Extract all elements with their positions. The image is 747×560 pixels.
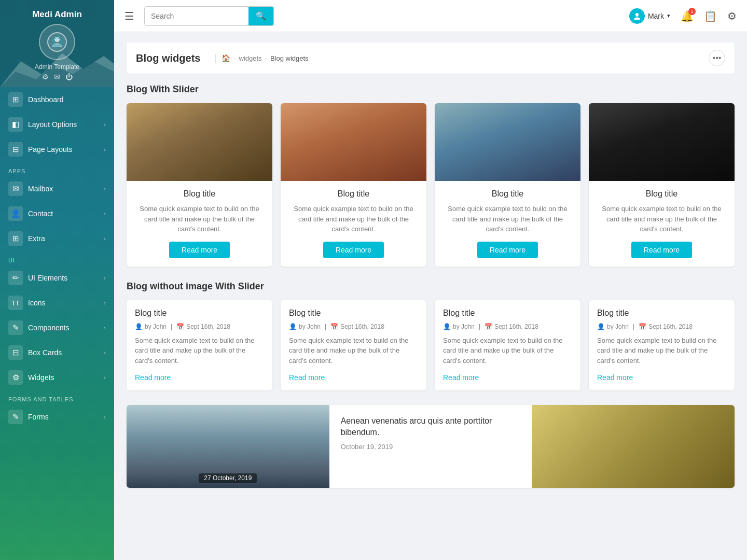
ui-section-label: UI bbox=[0, 251, 114, 265]
breadcrumb-current: Blog widgets bbox=[270, 54, 309, 62]
sidebar-item-label: Widgets bbox=[28, 373, 104, 382]
article-title: Aenean venenatis arcu quis ante porttito… bbox=[341, 415, 521, 439]
sidebar-item-layout-options[interactable]: ◧ Layout Options › bbox=[0, 112, 114, 137]
app-name: Medi Admin bbox=[0, 9, 114, 20]
blog-card: Blog title Some quick example text to bu… bbox=[435, 103, 580, 267]
blog-card-body: Blog title Some quick example text to bu… bbox=[127, 181, 272, 267]
blog-card-title: Blog title bbox=[289, 309, 418, 318]
page-content: Blog widgets | 🏠 - widgets - Blog widget… bbox=[114, 32, 747, 560]
notifications-icon[interactable]: 🔔 1 bbox=[681, 10, 694, 22]
more-options-button[interactable]: ••• bbox=[709, 50, 725, 66]
sidebar-item-label: Icons bbox=[28, 299, 104, 307]
sidebar-item-dashboard[interactable]: ⊞ Dashboard bbox=[0, 87, 114, 112]
sidebar-subtitle: Admin Template bbox=[0, 63, 114, 71]
main-area: ☰ 🔍 Mark ▾ 🔔 1 📋 ⚙ Blog wi bbox=[114, 0, 747, 560]
read-more-button[interactable]: Read more bbox=[631, 242, 692, 258]
blog-card-noimg: Blog title 👤 by John | 📅 Sept 16th, 2018… bbox=[281, 300, 426, 391]
read-more-link[interactable]: Read more bbox=[289, 373, 325, 382]
sidebar-item-box-cards[interactable]: ⊟ Box Cards › bbox=[0, 340, 114, 365]
bottom-article-image-left: 27 October, 2019 bbox=[127, 405, 329, 488]
breadcrumb: Blog widgets | 🏠 - widgets - Blog widget… bbox=[127, 43, 735, 74]
search-button[interactable]: 🔍 bbox=[248, 7, 273, 25]
author-meta: 👤 by John bbox=[135, 323, 167, 330]
email-icon[interactable]: ✉ bbox=[54, 73, 60, 81]
chevron-right-icon: › bbox=[104, 349, 106, 356]
power-icon[interactable]: ⏻ bbox=[65, 73, 73, 81]
sidebar-item-components[interactable]: ✎ Components › bbox=[0, 315, 114, 340]
user-menu[interactable]: Mark ▾ bbox=[629, 8, 670, 24]
article-right-image bbox=[532, 405, 735, 488]
blog-card-title: Blog title bbox=[597, 309, 726, 318]
read-more-button[interactable]: Read more bbox=[477, 242, 538, 258]
clipboard-icon[interactable]: 📋 bbox=[704, 10, 717, 22]
bottom-article-section: 27 October, 2019 Aenean venenatis arcu q… bbox=[127, 405, 735, 488]
blog-card-image bbox=[589, 103, 735, 181]
blog-slider-cards: Blog title Some quick example text to bu… bbox=[127, 103, 735, 267]
sidebar-item-label: Components bbox=[28, 324, 104, 332]
chevron-right-icon: › bbox=[104, 275, 106, 281]
breadcrumb-link-widgets[interactable]: widgets bbox=[239, 54, 261, 62]
notification-badge: 1 bbox=[688, 8, 696, 15]
apps-section-label: APPS bbox=[0, 162, 114, 176]
sidebar-item-label: Forms bbox=[28, 413, 104, 421]
sidebar-item-ui-elements[interactable]: ✏ UI Elements › bbox=[0, 265, 114, 290]
meta-divider: | bbox=[325, 323, 326, 330]
sidebar-item-forms[interactable]: ✎ Forms › bbox=[0, 404, 114, 429]
blog-card-meta: 👤 by John | 📅 Sept 16th, 2018 bbox=[597, 323, 726, 330]
blog-card-title: Blog title bbox=[443, 189, 572, 199]
author-text: by John bbox=[453, 323, 475, 330]
blog-card: Blog title Some quick example text to bu… bbox=[589, 103, 735, 267]
sidebar-item-label: Page Layouts bbox=[28, 145, 104, 153]
chevron-right-icon: › bbox=[104, 325, 106, 331]
sidebar-item-widgets[interactable]: ⚙ Widgets › bbox=[0, 365, 114, 390]
blog-card-body: Blog title 👤 by John | 📅 Sept 16th, 2018… bbox=[589, 300, 735, 391]
chevron-right-icon: › bbox=[104, 121, 106, 128]
sidebar-item-extra[interactable]: ⊞ Extra › bbox=[0, 226, 114, 251]
blog-card-noimg: Blog title 👤 by John | 📅 Sept 16th, 2018… bbox=[589, 300, 735, 391]
mailbox-icon: ✉ bbox=[8, 181, 23, 196]
read-more-button[interactable]: Read more bbox=[323, 242, 384, 258]
blog-card-body: Blog title Some quick example text to bu… bbox=[589, 181, 735, 267]
blog-card-image bbox=[435, 103, 580, 181]
hamburger-icon[interactable]: ☰ bbox=[125, 10, 134, 22]
chevron-right-icon: › bbox=[104, 374, 106, 381]
sidebar-nav-forms: ✎ Forms › bbox=[0, 404, 114, 429]
article-date-overlay: 27 October, 2019 bbox=[199, 473, 257, 483]
blog-card-text: Some quick example text to build on the … bbox=[597, 335, 726, 366]
sidebar-nav-main: ⊞ Dashboard ◧ Layout Options › ⊟ Page La… bbox=[0, 87, 114, 162]
date-text: Sept 16th, 2018 bbox=[340, 323, 384, 330]
meta-divider: | bbox=[479, 323, 480, 330]
read-more-link[interactable]: Read more bbox=[597, 373, 633, 382]
user-icon: 👤 bbox=[443, 323, 451, 330]
meta-divider: | bbox=[633, 323, 634, 330]
read-more-link[interactable]: Read more bbox=[443, 373, 479, 382]
blog-card-title: Blog title bbox=[443, 309, 572, 318]
sidebar-item-contact[interactable]: 👤 Contact › bbox=[0, 201, 114, 226]
blog-card-body: Blog title 👤 by John | 📅 Sept 16th, 2018… bbox=[127, 300, 272, 391]
date-meta: 📅 Sept 16th, 2018 bbox=[176, 323, 230, 330]
sidebar-item-label: Extra bbox=[28, 234, 104, 243]
author-meta: 👤 by John bbox=[443, 323, 475, 330]
read-more-button[interactable]: Read more bbox=[169, 242, 230, 258]
section2-title: Blog without image With Slider bbox=[127, 281, 735, 292]
chevron-right-icon: › bbox=[104, 186, 106, 192]
home-icon[interactable]: 🏠 bbox=[222, 54, 230, 62]
blog-card-title: Blog title bbox=[135, 189, 264, 199]
read-more-link[interactable]: Read more bbox=[135, 373, 171, 382]
settings-icon[interactable]: ⚙ bbox=[727, 10, 737, 22]
settings-icon[interactable]: ⚙ bbox=[42, 73, 49, 81]
calendar-icon: 📅 bbox=[176, 323, 184, 330]
author-text: by John bbox=[299, 323, 321, 330]
sidebar-item-mailbox[interactable]: ✉ Mailbox › bbox=[0, 176, 114, 201]
user-icon: 👤 bbox=[597, 323, 605, 330]
blog-card-noimg: Blog title 👤 by John | 📅 Sept 16th, 2018… bbox=[435, 300, 580, 391]
sidebar-item-label: UI Elements bbox=[28, 274, 104, 282]
blog-card-title: Blog title bbox=[289, 189, 418, 199]
widgets-icon: ⚙ bbox=[8, 370, 23, 385]
sidebar-item-icons[interactable]: TT Icons › bbox=[0, 290, 114, 315]
article-date: October 19, 2019 bbox=[341, 443, 521, 451]
blog-card-body: Blog title Some quick example text to bu… bbox=[435, 181, 580, 267]
sidebar-item-page-layouts[interactable]: ⊟ Page Layouts › bbox=[0, 137, 114, 162]
sidebar-header: Medi Admin Admin Template ⚙ ✉ ⏻ bbox=[0, 0, 114, 87]
search-input[interactable] bbox=[145, 7, 248, 25]
